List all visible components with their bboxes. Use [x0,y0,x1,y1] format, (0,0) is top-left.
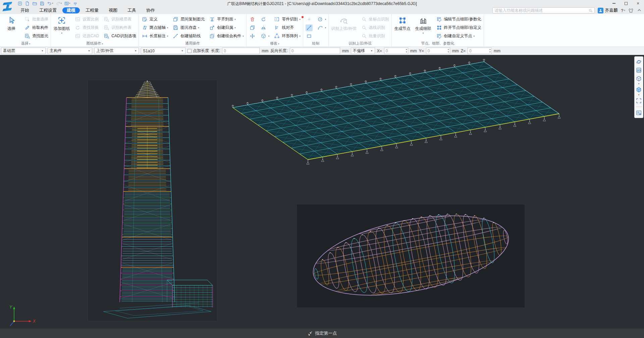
tab-建模[interactable]: 建模 [62,7,80,13]
spinner-arrows[interactable]: ▲▼ [489,48,491,53]
dropdown-arrow[interactable]: ▾ [325,26,326,29]
button-还原CAD[interactable]: 还原CAD [74,33,99,40]
button-批量选择[interactable]: 批量选择 [24,16,48,23]
button-move[interactable] [249,33,256,40]
dropdown-arrow[interactable]: ▾ [167,26,168,29]
tab-协作[interactable]: 协作 [142,7,159,13]
button-copy[interactable] [249,24,256,31]
button-定义[interactable]: 定义 [141,16,168,23]
button-创建自定义节点[interactable]: 创建自定义节点▾ [436,33,481,40]
button-选线识别[interactable]: 选线识别 [361,24,389,31]
button-识别构件表[interactable]: 识别构件表 [103,24,136,31]
button-rectangle[interactable] [306,33,313,40]
user-badge[interactable]: 齐嘉麟 [598,7,618,13]
button-层间复制图元[interactable]: 层间复制图元 [172,16,205,23]
floor-select[interactable]: 基础层▼ [1,48,46,54]
button-创建归属[interactable]: 创建归属▾ [209,24,244,31]
member-type-select[interactable]: 主构件▼ [48,48,92,54]
redo-button[interactable]: ▾ [55,1,63,6]
dropdown-arrow[interactable]: ▾ [61,32,62,35]
button-编辑节点细部/参数化[interactable]: 编辑节点细部/参数化 [436,16,481,23]
button-两点辅轴[interactable]: 两点辅轴▾ [141,24,168,31]
dropdown-arrow[interactable]: ▾ [234,26,236,29]
maximize-button[interactable] [620,0,632,7]
dropdown-arrow[interactable]: ▾ [299,35,301,38]
button-环形阵列[interactable]: 环形阵列▾ [273,33,301,40]
button-拾取构件[interactable]: 拾取构件 [24,24,48,31]
button-批量识别[interactable]: 批量识别 [361,33,389,40]
dropdown-arrow[interactable]: ▾ [198,26,199,29]
dropdown-arrow[interactable]: ▾ [52,2,53,5]
dropdown-arrow[interactable]: ▾ [325,18,326,21]
button-选择[interactable]: 选择 [3,14,20,41]
z-stepper[interactable]: ▲▼ [468,48,492,54]
view-cube-button[interactable] [635,75,642,82]
button-delete[interactable] [249,16,256,23]
button-零件切割[interactable]: 零件切割▾ [273,16,301,23]
publish-button[interactable] [17,1,23,6]
help-button[interactable]: ?▾ [621,8,625,13]
dropdown-arrow[interactable]: ▾ [234,18,236,21]
x-input[interactable] [384,48,408,54]
close-button[interactable]: × [632,0,644,7]
dropdown-arrow[interactable]: ▾ [423,32,424,35]
tab-工程量[interactable]: 工程量 [81,7,103,13]
button-创建辅助线[interactable]: 创建辅助线 [172,33,205,40]
dropdown-arrow[interactable]: ▾ [167,35,168,38]
dropdown-arrow[interactable]: ▾ [474,35,475,38]
open-file-button[interactable] [32,1,38,6]
viewport-3d[interactable]: XY 2D▾▾ [0,55,644,329]
button-line[interactable] [306,24,313,31]
button-mirror[interactable] [260,24,270,31]
button-CAD识别选项[interactable]: CAD识别选项 [103,33,136,40]
undo-button[interactable]: ▾ [46,1,54,6]
dropdown-arrow[interactable]: ▾ [243,35,244,38]
display-settings-button[interactable] [635,109,642,116]
zoom-extents-button[interactable] [635,97,642,104]
button-查找替换[interactable]: 查找替换 [74,24,99,31]
search-box[interactable] [492,7,595,13]
new-file-button[interactable] [24,1,31,6]
orbit-button[interactable] [635,58,642,65]
button-arc[interactable]: ▾ [317,24,326,31]
view-2d-button[interactable]: 2D [635,67,642,74]
offset-select[interactable]: 不偏移▼ [351,48,375,54]
button-炸开节点细部/自定义[interactable]: 炸开节点细部/自定义 [436,24,481,31]
dropdown-arrow[interactable]: ▾ [268,35,270,38]
button-circle[interactable]: ▾ [317,16,326,23]
button-线对齐[interactable]: 线对齐 [273,24,301,31]
button-创建组合构件[interactable]: 创建组合构件▾ [209,33,244,40]
theme-skin-icon[interactable] [628,8,634,13]
button-生成节点[interactable]: 生成节点 [394,14,411,41]
x-stepper[interactable]: ▲▼ [384,48,408,54]
button-设置比例[interactable]: 设置比例 [74,16,99,23]
button-rotate-3d[interactable]: ▾ [260,33,270,40]
y-input[interactable] [426,48,450,54]
minimize-button[interactable] [608,0,620,7]
tab-视图[interactable]: 视图 [104,7,122,13]
add-length-checkbox[interactable]: 点加长度 [187,48,209,54]
save-button[interactable] [39,1,45,6]
view-cube-solid-button[interactable] [635,86,642,93]
workspace-button[interactable]: ▾ [63,1,71,6]
collapse-ribbon-icon[interactable] [637,8,642,13]
section-select[interactable]: S1a10▼ [141,48,185,54]
app-logo[interactable] [2,1,14,13]
button-查找图元[interactable]: 查找图元 [24,33,48,40]
button-长度标注[interactable]: 长度标注▾ [141,33,168,40]
dropdown-arrow[interactable]: ▾ [299,18,301,21]
search-input[interactable] [494,8,588,13]
button-生成细部[interactable]: 生成细部▾ [415,14,432,41]
button-rotate[interactable] [260,16,270,23]
chord-select[interactable]: 上弦/外弦▼ [94,48,139,54]
button-识别楼层表[interactable]: 识别楼层表 [103,16,136,23]
dropdown-arrow[interactable]: ▾ [69,2,70,5]
reverse-length-input[interactable] [290,48,340,54]
button-识别上弦/外弦[interactable]: 识别上弦/外弦 [331,14,356,41]
spinner-arrows[interactable]: ▲▼ [447,48,449,53]
dropdown-arrow[interactable]: ▾ [638,94,640,96]
button-图元存盘[interactable]: 图元存盘▾ [172,24,205,31]
y-stepper[interactable]: ▲▼ [426,48,450,54]
spinner-arrows[interactable]: ▲▼ [406,48,408,53]
tab-工程设置[interactable]: 工程设置 [35,7,61,13]
